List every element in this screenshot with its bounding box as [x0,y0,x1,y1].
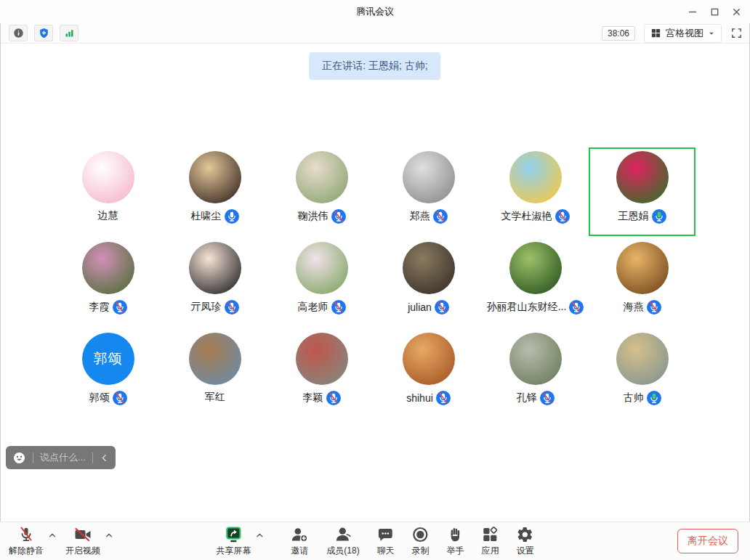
apps-icon [482,525,499,544]
mic-off-button[interactable]: 解除静音 [9,525,44,557]
maximize-button[interactable] [703,0,725,23]
divider [33,453,33,463]
fullscreen-button[interactable] [730,27,743,39]
participant-tile-active-speaker[interactable]: 王恩娟 [589,147,695,236]
close-icon [732,7,741,17]
meeting-info-button[interactable] [9,25,28,41]
mic-muted-icon [555,209,570,224]
mic-muted-icon [540,391,555,405]
apps-button[interactable]: 应用 [482,525,499,557]
camera-off-options-caret[interactable] [105,531,113,540]
members-icon [334,525,352,544]
participant-name: 海燕 [624,301,644,314]
participant-name-row: 王恩娟 [618,209,666,224]
settings-button[interactable]: 设置 [517,525,534,557]
chevron-down-icon [708,30,715,37]
participant-name: 王恩娟 [618,210,649,223]
raise-hand-button[interactable]: 举手 [447,525,464,557]
participant-name: julian [408,301,432,313]
participant-tile[interactable]: 文学杜淑艳 [482,147,589,236]
participant-tile[interactable]: 孔铎 [482,329,589,418]
invite-button[interactable]: 邀请 [290,525,309,557]
mic-muted-icon [647,300,661,315]
participant-tile[interactable]: shihui [375,329,482,418]
participant-name-row: 杜啸尘 [191,209,239,224]
participant-avatar [189,333,241,385]
participant-name: 李霞 [89,301,110,314]
security-shield-icon [39,28,49,38]
participant-name: 鞠洪伟 [298,210,328,223]
participant-tile[interactable]: julian [375,238,482,327]
record-icon [412,525,430,544]
participant-tile[interactable]: 海燕 [589,238,695,327]
members-button[interactable]: 成员(18) [326,525,359,557]
tencent-meeting-window: 腾讯会议 [0,0,750,560]
tool-group-camera-off: 开启视频 [65,525,122,557]
participant-tile[interactable]: 古帅 [589,329,695,418]
participant-name: 军红 [205,391,225,404]
window-title: 腾讯会议 [356,5,394,18]
close-button[interactable] [725,0,747,23]
tool-group-mic-off: 解除静音 [9,525,65,557]
participant-tile[interactable]: 高老师 [268,238,375,327]
share-screen-icon [224,525,243,544]
participant-tile[interactable]: 李霞 [55,238,161,327]
participant-avatar [189,151,241,203]
participant-tile[interactable]: 杜啸尘 [161,147,268,236]
camera-off-button[interactable]: 开启视频 [65,525,100,557]
collapse-chat-button[interactable] [100,453,109,463]
participant-tile[interactable]: 李颖 [268,329,375,418]
participant-name: 李颖 [303,391,323,405]
meeting-timer: 38:06 [602,26,635,41]
security-button[interactable] [34,25,53,41]
minimize-icon [688,7,698,17]
grid-row: 李霞亓凤珍高老师julian孙丽君山东财经...海燕 [55,238,697,329]
chat-icon [377,525,395,544]
fullscreen-icon [730,27,743,39]
mic-muted-icon [113,391,127,405]
tool-group-apps: 应用 [482,525,499,557]
chat-input-placeholder[interactable]: 说点什么... [40,451,86,464]
quick-chat-bar: 说点什么... [6,446,116,469]
participant-name: 孔铎 [517,391,537,405]
mic-muted-icon [569,300,584,315]
layout-view-selector[interactable]: 宫格视图 [644,24,722,43]
mic-speaking-icon [647,391,661,405]
participant-avatar [296,333,348,385]
mic-muted-icon [433,209,448,224]
camera-off-label: 开启视频 [65,545,100,557]
participant-tile[interactable]: 郑燕 [375,147,482,236]
participant-tile[interactable]: 鞠洪伟 [268,147,375,236]
participant-name-row: 李颖 [303,391,341,405]
participant-name-row: 文学杜淑艳 [501,209,570,224]
window-controls [682,0,747,23]
share-screen-button[interactable]: 共享屏幕 [216,525,251,557]
mic-muted-icon [113,300,127,315]
mic-muted-icon [331,209,346,224]
chat-button[interactable]: 聊天 [377,525,395,557]
emoji-button[interactable] [12,451,26,465]
participant-avatar [82,151,134,203]
record-button[interactable]: 录制 [412,525,430,557]
participant-tile[interactable]: 亓凤珍 [161,238,268,327]
participant-tile[interactable]: 军红 [161,329,268,418]
mic-off-options-caret[interactable] [48,531,57,540]
toolbar-left-group [9,25,78,41]
participant-name-row: 郭颂 [89,391,127,405]
participant-avatar [616,242,669,294]
leave-meeting-button[interactable]: 离开会议 [677,529,738,553]
participant-name-row: 军红 [205,391,225,404]
participant-tile[interactable]: 郭颂郭颂 [55,329,161,418]
minimize-button[interactable] [682,0,703,23]
participant-avatar [82,242,134,294]
meeting-toolbar: 38:06 宫格视图 [0,23,750,44]
tool-group-record: 录制 [412,525,430,557]
participant-tile[interactable]: 边慧 [55,147,161,236]
participant-name: 边慧 [98,209,118,222]
mic-muted-icon [225,300,239,315]
participant-tile[interactable]: 孙丽君山东财经... [482,238,589,327]
raise-hand-label: 举手 [447,545,464,557]
participant-avatar: 郭颂 [82,333,134,385]
share-screen-options-caret[interactable] [255,531,264,540]
network-status-button[interactable] [60,25,78,41]
